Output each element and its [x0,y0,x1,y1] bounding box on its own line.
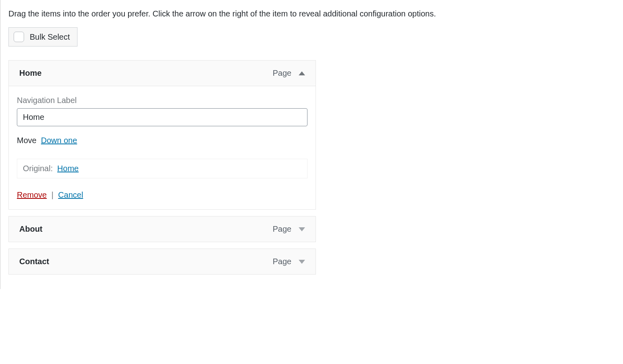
menu-item-contact[interactable]: Contact Page [8,249,316,275]
move-down-link[interactable]: Down one [41,136,77,145]
item-actions-row: Remove | Cancel [17,190,307,200]
original-box: Original: Home [17,159,307,178]
menu-item-title: Home [19,69,42,78]
menu-item-header-right: Page [273,224,305,234]
original-prefix: Original: [23,164,53,173]
menu-item-header-right: Page [273,69,305,78]
menu-item-header-contact[interactable]: Contact Page [8,249,316,275]
menu-item-type-label: Page [273,257,291,266]
navigation-label-title: Navigation Label [17,96,307,105]
menu-items-list: Home Page Navigation Label Move Down one… [8,60,316,275]
instructions-text: Drag the items into the order you prefer… [8,8,623,19]
menu-item-header-about[interactable]: About Page [8,216,316,242]
menu-item-type-label: Page [273,224,291,234]
menu-item-body-home: Navigation Label Move Down one Original:… [8,86,316,210]
menu-item-type-label: Page [273,69,291,78]
chevron-down-icon[interactable] [299,227,305,231]
menu-item-header-right: Page [273,257,305,266]
chevron-down-icon[interactable] [299,260,305,264]
move-label: Move [17,136,37,145]
bulk-select-container: Bulk Select [8,27,77,47]
menu-item-title: Contact [19,257,49,266]
menu-item-about[interactable]: About Page [8,216,316,242]
original-link[interactable]: Home [57,164,79,173]
bulk-select-checkbox[interactable] [14,32,24,42]
chevron-up-icon[interactable] [299,71,305,75]
menu-item-home[interactable]: Home Page Navigation Label Move Down one… [8,60,316,210]
action-separator: | [51,190,53,199]
navigation-label-input[interactable] [17,108,307,126]
move-row: Move Down one [17,136,307,145]
menu-item-title: About [19,224,43,234]
cancel-link[interactable]: Cancel [58,190,83,199]
menu-item-header-home[interactable]: Home Page [8,60,316,86]
bulk-select-label: Bulk Select [30,32,70,42]
remove-link[interactable]: Remove [17,190,47,199]
